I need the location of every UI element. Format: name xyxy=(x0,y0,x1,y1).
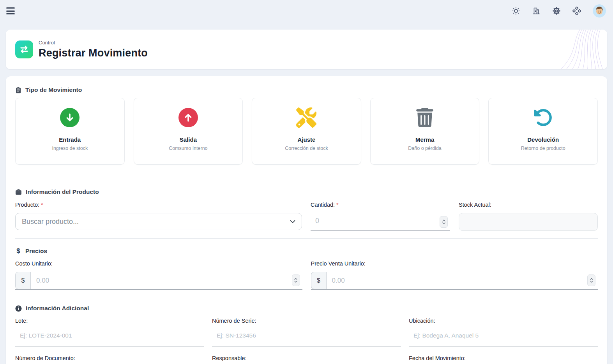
movement-type-label: Salida xyxy=(180,136,197,143)
cantidad-input[interactable] xyxy=(311,213,450,231)
section-informacion-del-producto: Información del Producto xyxy=(15,188,598,195)
section-title: Información Adicional xyxy=(26,305,89,312)
number-stepper[interactable] xyxy=(292,274,300,286)
breadcrumb: Control xyxy=(39,40,148,46)
trash-icon xyxy=(416,108,434,127)
avatar[interactable] xyxy=(593,4,606,18)
cantidad-label: Cantidad: * xyxy=(311,202,450,208)
ubicacion-input[interactable] xyxy=(409,329,598,346)
fecha-movimiento-field-group: Fecha del Movimiento: xyxy=(409,355,598,364)
venta-field-group: Precio Venta Unitario: $ xyxy=(311,260,598,290)
stock-label: Stock Actual: xyxy=(459,202,598,208)
section-divider xyxy=(15,238,598,239)
lote-input[interactable] xyxy=(15,329,204,346)
costo-label: Costo Unitario: xyxy=(15,260,302,267)
dollar-icon: $ xyxy=(15,247,21,255)
producto-select-placeholder: Buscar producto... xyxy=(22,218,79,226)
section-precios: $ Precios xyxy=(15,247,598,255)
hamburger-menu-icon[interactable] xyxy=(5,7,16,15)
section-title: Tipo de Movimiento xyxy=(25,86,82,93)
precio-venta-input[interactable] xyxy=(327,272,598,289)
movement-type-sublabel: Corrección de stock xyxy=(285,146,328,151)
responsable-field-group: Responsable: xyxy=(212,355,401,364)
producto-label: Producto: * xyxy=(15,202,302,208)
stock-actual-field xyxy=(459,213,598,231)
section-informacion-adicional: Información Adicional xyxy=(15,305,598,312)
movement-type-options: Entrada Ingreso de stock Salida Comsumo … xyxy=(15,98,598,165)
info-circle-icon xyxy=(15,305,22,312)
topbar xyxy=(0,0,613,22)
numero-serie-field-group: Número de Serie: xyxy=(212,318,401,346)
tools-icon xyxy=(296,107,316,128)
product-info-row: Producto: * Buscar producto... Cantidad:… xyxy=(15,202,598,231)
lote-label: Lote: xyxy=(15,318,204,324)
gear-icon[interactable] xyxy=(552,7,561,15)
clipboard-icon xyxy=(15,87,21,93)
transfer-arrows-icon xyxy=(15,40,33,58)
costo-unitario-input[interactable] xyxy=(31,272,302,289)
arrow-up-circle-icon xyxy=(178,108,198,127)
cantidad-field-group: Cantidad: * xyxy=(311,202,450,231)
stock-field-group: Stock Actual: xyxy=(459,202,598,231)
movement-type-label: Devolución xyxy=(527,136,559,143)
building-icon[interactable] xyxy=(532,7,541,15)
decorative-swirl xyxy=(523,30,607,69)
additional-info-row-1: Lote: Número de Serie: Ubicación: xyxy=(15,318,598,346)
movement-form-card: Tipo de Movimiento Entrada Ingreso de st… xyxy=(6,76,607,364)
producto-select[interactable]: Buscar producto... xyxy=(15,213,302,230)
page-header-card: Control Registrar Movimiento xyxy=(6,30,607,69)
movement-type-merma[interactable]: Merma Daño o pérdida xyxy=(370,98,480,165)
currency-prefix: $ xyxy=(15,272,31,289)
venta-label: Precio Venta Unitario: xyxy=(311,260,598,267)
section-divider xyxy=(15,296,598,296)
ubicacion-field-group: Ubicación: xyxy=(409,318,598,346)
sun-icon[interactable] xyxy=(512,7,520,15)
numero-documento-label: Número de Documento: xyxy=(15,355,204,361)
movement-type-sublabel: Daño o pérdida xyxy=(408,146,441,151)
movement-type-label: Merma xyxy=(415,136,434,143)
movement-type-sublabel: Retorno de producto xyxy=(521,146,565,151)
currency-prefix: $ xyxy=(311,272,327,289)
costo-field-group: Costo Unitario: $ xyxy=(15,260,302,290)
diamond-grid-icon[interactable] xyxy=(572,7,581,15)
responsable-label: Responsable: xyxy=(212,355,401,361)
movement-type-entrada[interactable]: Entrada Ingreso de stock xyxy=(15,98,125,165)
movement-type-label: Ajuste xyxy=(298,136,316,143)
chevron-down-icon xyxy=(290,220,295,223)
movement-type-salida[interactable]: Salida Comsumo Interno xyxy=(134,98,243,165)
movement-type-devolucion[interactable]: Devolución Retorno de producto xyxy=(488,98,598,165)
fecha-movimiento-label: Fecha del Movimiento: xyxy=(409,355,598,361)
prices-row: Costo Unitario: $ Precio Venta Unitario:… xyxy=(15,260,598,290)
section-tipo-de-movimiento: Tipo de Movimiento xyxy=(15,86,598,93)
additional-info-row-2: Número de Documento: Responsable: Fecha … xyxy=(15,355,598,364)
page-title: Registrar Movimiento xyxy=(39,47,148,59)
arrow-down-circle-icon xyxy=(60,108,79,127)
section-title: Información del Producto xyxy=(26,188,99,195)
producto-field-group: Producto: * Buscar producto... xyxy=(15,202,302,231)
rotate-left-icon xyxy=(534,108,553,127)
page-header-text: Control Registrar Movimiento xyxy=(39,40,148,59)
numero-serie-label: Número de Serie: xyxy=(212,318,401,324)
section-divider xyxy=(15,180,598,180)
ubicacion-label: Ubicación: xyxy=(409,318,598,324)
movement-type-sublabel: Ingreso de stock xyxy=(52,146,88,151)
lote-field-group: Lote: xyxy=(15,318,204,346)
topbar-actions xyxy=(512,4,606,18)
movement-type-sublabel: Comsumo Interno xyxy=(169,146,207,151)
numero-documento-field-group: Número de Documento: xyxy=(15,355,204,364)
section-title: Precios xyxy=(25,248,47,255)
product-box-icon xyxy=(15,189,22,195)
numero-serie-input[interactable] xyxy=(212,329,401,346)
number-stepper[interactable] xyxy=(440,216,448,228)
movement-type-ajuste[interactable]: Ajuste Corrección de stock xyxy=(252,98,361,165)
movement-type-label: Entrada xyxy=(59,136,81,143)
number-stepper[interactable] xyxy=(587,274,595,286)
